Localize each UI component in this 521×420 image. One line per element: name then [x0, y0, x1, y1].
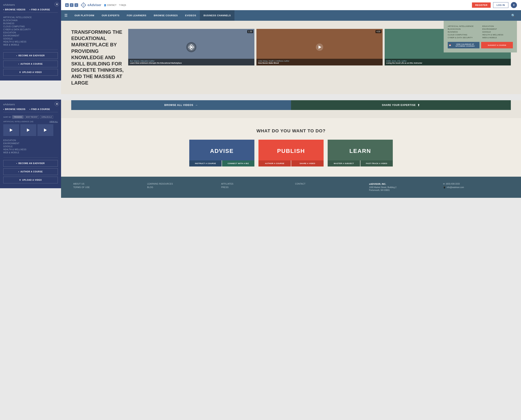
calendar-btn[interactable]: 📅 VIEW CALENDAR OF UPCOMING COURSES — [448, 42, 480, 48]
login-button[interactable]: LOG IN — [493, 2, 508, 8]
video-play-2[interactable] — [316, 44, 323, 51]
linkedin-icon[interactable]: in — [65, 3, 69, 7]
nav-our-experts[interactable]: OUR EXPERTS — [98, 10, 123, 21]
video-author-3: Eddie Jones, ESL Author — [386, 60, 509, 62]
instruct-course-btn[interactable]: INSTRUCT A COURSE — [189, 160, 222, 166]
sidebar-close-1[interactable]: ✕ — [54, 2, 59, 7]
menu-ai-1[interactable]: ARTIFICIAL INTELLIGENCE — [3, 16, 58, 19]
main-content: in f t eAdviser 👤 CONTACT ? FAQS R — [61, 0, 521, 198]
suggest-btn[interactable]: SUGGEST A COURSE — [481, 42, 513, 48]
share-expertise-btn[interactable]: SHARE YOUR EXPERTISE ⬆ — [291, 100, 511, 110]
menu-cloud-1[interactable]: CLOUD COMPUTING — [3, 25, 58, 28]
nav-for-learners[interactable]: FOR LEARNERS — [123, 10, 150, 21]
register-button[interactable]: REGISTER — [472, 2, 491, 8]
social-icons: in f t — [65, 3, 78, 7]
dd-environment[interactable]: ENVIRONMENT — [482, 28, 513, 30]
video-thumb-3[interactable] — [38, 124, 53, 136]
become-eadviser-btn-1[interactable]: ▪ BECOME AN EADVISER — [3, 52, 58, 59]
footer-press-link[interactable]: PRESS — [221, 186, 287, 188]
contact-link[interactable]: 👤 CONTACT — [104, 4, 117, 6]
video-play-1[interactable] — [188, 44, 195, 51]
sidebar-title-1: eAdvisers — [3, 3, 58, 6]
nav-business-channels[interactable]: BUSINESS CHANNELS — [200, 10, 234, 21]
twitter-icon[interactable]: t — [75, 3, 78, 7]
menu-google-1[interactable]: GOOGLE — [3, 37, 58, 40]
menu-environment-1[interactable]: ENVIRONMENT — [3, 34, 58, 37]
learn-label[interactable]: LEARN — [328, 140, 393, 160]
footer-blog-link[interactable]: BLOG — [147, 186, 213, 188]
footer-terms-link[interactable]: TERMS OF USE — [73, 186, 139, 188]
sidebar-tab-browse-2[interactable]: ▪ BROWSE VIDEOS — [3, 108, 25, 110]
master-subject-btn[interactable]: MASTER A SUBJECT — [328, 160, 360, 166]
dd-ai[interactable]: ARTIFICIAL INTELLIGENCE — [448, 25, 478, 28]
footer-learning-link[interactable]: LEARNING RESOURCES — [147, 183, 213, 185]
author-course-btn-pub[interactable]: AUTHOR A COURSE — [258, 160, 291, 166]
dropdown-actions: 📅 VIEW CALENDAR OF UPCOMING COURSES SUGG… — [448, 42, 513, 48]
footer-col-contact: CONTACT — [295, 183, 361, 186]
dd-health[interactable]: HEALTH & WELLNESS — [482, 33, 513, 36]
hero-video-1[interactable]: 1:30 Burr Wayne, Education Author Learn … — [128, 29, 254, 66]
search-icon[interactable]: 🔍 — [509, 14, 518, 17]
sort-row: SORT BY TRENDING MOST RECENT CATALOG A-Z — [3, 115, 58, 119]
advise-card: ADVISE INSTRUCT A COURSE CONNECT WITH A … — [189, 140, 254, 166]
menu-blockchain-1[interactable]: BLOCKCHAIN — [3, 19, 58, 22]
sort-trending[interactable]: TRENDING — [12, 115, 23, 119]
author-course-btn-2[interactable]: ▪ AUTHOR A COURSE — [3, 168, 58, 175]
browse-all-videos-btn[interactable]: BROWSE ALL VIDEOS → — [71, 100, 291, 110]
menu-health-1[interactable]: HEALTH & WELLNESS — [3, 40, 58, 43]
facebook-icon[interactable]: f — [70, 3, 73, 7]
fasttrack-video-btn[interactable]: FAST-TRACK A VIDEO — [360, 160, 393, 166]
hero-text: TRANSFORMING THE EDUCATIONAL MARKETPLACE… — [71, 29, 124, 86]
dropdown-col-2: EDUCATION ENVIRONMENT GOOGLE HEALTH & WE… — [482, 25, 513, 39]
view-all-link[interactable]: VIEW ALL — [49, 120, 58, 123]
become-eadviser-btn-2[interactable]: ▪ BECOME AN EADVISER — [3, 160, 58, 167]
advise-label[interactable]: ADVISE — [189, 140, 254, 160]
nav-browse-courses[interactable]: BROWSE COURSES — [150, 10, 181, 21]
upload-video-btn-1[interactable]: ⬆ UPLOAD A VIDEO — [3, 69, 58, 76]
author-course-btn-1[interactable]: ▪ AUTHOR A COURSE — [3, 60, 58, 67]
footer-contact-link[interactable]: CONTACT — [295, 183, 361, 185]
faqs-link[interactable]: ? FAQS — [119, 4, 126, 6]
upload-video-btn-2[interactable]: ⬆ UPLOAD A VIDEO — [3, 177, 58, 183]
dd-google[interactable]: GOOGLE — [482, 30, 513, 33]
menu-web-1[interactable]: WEB & MOBILE — [3, 43, 58, 46]
nav-evideos[interactable]: EVIDEOS — [181, 10, 200, 21]
sidebar-menu-2: EDUCATION ENVIRONMENT GOOGLE HEALTH & WE… — [3, 139, 58, 154]
faqs-icon: ? — [119, 4, 120, 6]
menu-education-1[interactable]: EDUCATION — [3, 31, 58, 34]
sidebar-close-2[interactable]: ✕ — [54, 102, 59, 106]
footer-affiliates-link[interactable]: AFFILIATES — [221, 183, 287, 185]
menu-cyber-1[interactable]: CYBER & DATA SECURITY — [3, 28, 58, 31]
sort-catalog[interactable]: CATALOG A-Z — [40, 115, 53, 119]
share-video-btn[interactable]: SHARE A VIDEO — [291, 160, 324, 166]
menu-health-2[interactable]: HEALTH & WELLNESS — [3, 148, 58, 151]
dd-blockchain[interactable]: BLOCKCHAIN — [448, 28, 478, 30]
dd-cyber[interactable]: CYBER & DATA SECURITY — [448, 36, 478, 39]
connect-biz-btn[interactable]: CONNECT WITH A BIZ — [222, 160, 254, 166]
menu-web-2[interactable]: WEB & MOBILE — [3, 151, 58, 154]
sort-recent[interactable]: MOST RECENT — [25, 115, 39, 119]
dd-business[interactable]: BUSINESS — [448, 30, 478, 33]
menu-google-2[interactable]: GOOGLE — [3, 145, 58, 148]
nav-our-platform[interactable]: OUR PLATFORM — [71, 10, 98, 21]
video-thumb-1[interactable] — [3, 124, 19, 136]
footer: ABOUT US TERMS OF USE LEARNING RESOURCES… — [61, 177, 521, 198]
logo-area[interactable]: eAdviser — [81, 2, 101, 8]
footer-about-link[interactable]: ABOUT US — [73, 183, 139, 185]
menu-environment-2[interactable]: ENVIRONMENT — [3, 142, 58, 145]
sidebar-tab-find-2[interactable]: ▪ FIND A COURSE — [30, 108, 50, 110]
footer-col-learning: LEARNING RESOURCES BLOG — [147, 183, 213, 190]
top-bar: in f t eAdviser 👤 CONTACT ? FAQS R — [61, 0, 521, 10]
video-thumb-2[interactable] — [20, 124, 36, 136]
dd-web[interactable]: WEB & MOBILE — [482, 36, 513, 39]
hero-video-2[interactable]: 4:00 Anita Wang, Health & Wellness Autho… — [257, 29, 383, 66]
dd-cloud[interactable]: CLOUD COMPUTING — [448, 33, 478, 36]
upload-icon-button[interactable]: ⬆ — [511, 2, 517, 8]
dd-education[interactable]: EDUCATION — [482, 25, 513, 28]
publish-label[interactable]: PUBLISH — [258, 140, 324, 160]
menu-business-1[interactable]: BUSINESS — [3, 22, 58, 25]
sidebar-tab-browse-1[interactable]: ▪ BROWSE VIDEOS — [3, 8, 25, 11]
hamburger-menu[interactable]: ☰ — [64, 13, 68, 18]
menu-education-2[interactable]: EDUCATION — [3, 139, 58, 142]
sidebar-tab-find-1[interactable]: ▪ FIND A COURSE — [30, 8, 50, 11]
